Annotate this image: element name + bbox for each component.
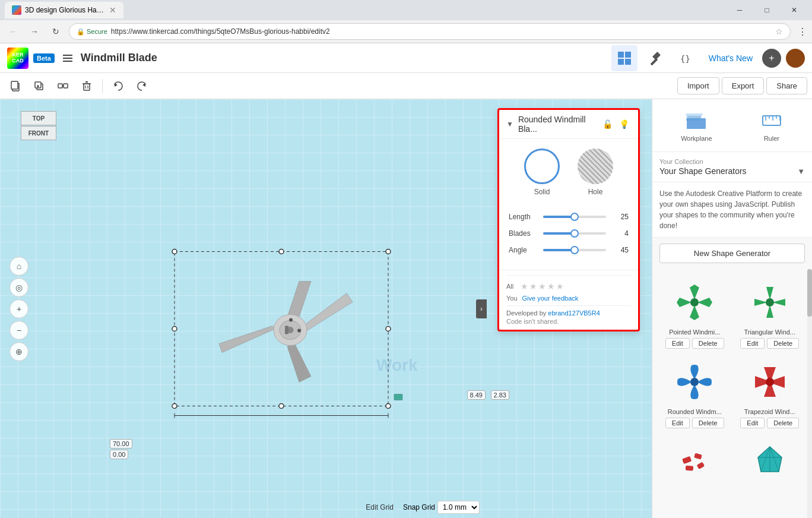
rating-all-label: All xyxy=(506,283,513,290)
frame-button[interactable]: ◎ xyxy=(9,278,28,297)
back-button[interactable]: ← xyxy=(5,23,21,40)
panel-collapse-button[interactable]: ▼ xyxy=(506,120,513,128)
developer-info: Developed by ebrand127VB5R4 xyxy=(506,308,631,318)
zoom-in-button[interactable]: + xyxy=(9,299,28,318)
menu-button[interactable] xyxy=(59,50,76,67)
svg-rect-2 xyxy=(63,61,72,62)
edit-button-0[interactable]: Edit xyxy=(665,338,690,349)
lock-icon-button[interactable]: 🔓 xyxy=(600,117,614,131)
home-view-button[interactable]: ⌂ xyxy=(9,257,28,276)
browser-tab[interactable]: 3D design Glorious Habbi... ✕ xyxy=(5,2,123,18)
globe-button[interactable]: ⊕ xyxy=(9,342,28,361)
edit-button-2[interactable]: Edit xyxy=(665,418,690,428)
window-controls: ─ □ ✕ xyxy=(727,2,807,18)
blades-slider-thumb[interactable] xyxy=(570,229,579,238)
svg-rect-45 xyxy=(394,394,402,400)
svg-point-35 xyxy=(386,249,391,254)
svg-rect-4 xyxy=(625,52,631,58)
svg-rect-62 xyxy=(697,462,705,469)
svg-point-33 xyxy=(172,249,177,254)
dimension-label-height: 0.00 xyxy=(110,450,128,459)
import-button[interactable]: Import xyxy=(677,77,719,94)
angle-slider[interactable] xyxy=(543,249,606,251)
star-1[interactable]: ★ xyxy=(521,282,528,291)
main-content: TOP FRONT ⌂ ◎ + − ⊕ xyxy=(0,99,812,518)
zoom-out-button[interactable]: − xyxy=(9,321,28,340)
shapes-scroll-area[interactable]: Pointed Windmi... Edit Delete xyxy=(652,269,812,518)
extensions-area: ⋮ xyxy=(798,26,807,37)
sidebar-collapse-button[interactable]: › xyxy=(476,299,487,318)
hole-option[interactable]: Hole xyxy=(578,149,613,196)
code-button[interactable]: {} xyxy=(673,45,699,71)
copy-button[interactable] xyxy=(5,75,26,97)
bulb-icon-button[interactable]: 💡 xyxy=(617,117,631,131)
star-3[interactable]: ★ xyxy=(538,282,546,291)
group-button[interactable] xyxy=(52,75,74,97)
delete-button-1[interactable]: Delete xyxy=(767,338,799,349)
shape-thumbnail-3 xyxy=(746,358,794,406)
shape-actions-1: Edit Delete xyxy=(740,338,799,349)
edit-button-3[interactable]: Edit xyxy=(740,418,765,428)
svg-rect-60 xyxy=(694,453,702,460)
share-button[interactable]: Share xyxy=(766,77,807,94)
all-stars[interactable]: ★ ★ ★ ★ ★ xyxy=(521,282,564,291)
feedback-link[interactable]: Give your feedback xyxy=(522,295,579,302)
star-5[interactable]: ★ xyxy=(556,282,564,291)
refresh-button[interactable]: ↻ xyxy=(47,23,64,40)
angle-slider-row: Angle 45 xyxy=(509,246,629,254)
delete-button-0[interactable]: Delete xyxy=(692,338,724,349)
star-4[interactable]: ★ xyxy=(547,282,555,291)
view-cube-front[interactable]: FRONT xyxy=(21,126,56,140)
bookmark-button[interactable]: ☆ xyxy=(775,27,783,36)
shape-actions-0: Edit Delete xyxy=(665,338,724,349)
collection-selector[interactable]: Your Shape Generators ▼ xyxy=(659,166,805,176)
rating-area: All ★ ★ ★ ★ ★ xyxy=(506,279,631,293)
svg-point-40 xyxy=(386,404,391,409)
hammer-button[interactable] xyxy=(642,45,668,71)
edit-grid-button[interactable]: Edit Grid xyxy=(366,503,394,511)
extensions-icon[interactable]: ⋮ xyxy=(798,26,807,37)
length-slider-thumb[interactable] xyxy=(570,213,579,221)
redo-button[interactable] xyxy=(131,75,153,97)
duplicate-button[interactable] xyxy=(28,75,50,97)
scrollbar-track xyxy=(807,269,812,518)
developer-link[interactable]: ebrand127VB5R4 xyxy=(548,309,600,317)
forward-button[interactable]: → xyxy=(26,23,43,40)
add-user-button[interactable]: + xyxy=(762,49,781,68)
star-2[interactable]: ★ xyxy=(529,282,537,291)
undo-button[interactable] xyxy=(107,75,129,97)
edit-toolbar: Import Export Share xyxy=(0,73,812,99)
ruler-button[interactable]: Ruler xyxy=(753,104,791,147)
view-cube-top[interactable]: TOP xyxy=(21,111,56,125)
tab-close-button[interactable]: ✕ xyxy=(109,5,116,15)
maximize-button[interactable]: □ xyxy=(754,2,780,18)
angle-slider-thumb[interactable] xyxy=(570,246,579,254)
panel-footer: All ★ ★ ★ ★ ★ You Give your feedback xyxy=(499,270,638,330)
length-slider[interactable] xyxy=(543,216,606,218)
scrollbar-thumb[interactable] xyxy=(807,269,812,317)
new-generator-button[interactable]: New Shape Generator xyxy=(659,244,805,263)
export-button[interactable]: Export xyxy=(722,77,765,94)
address-bar[interactable]: 🔒 Secure https://www.tinkercad.com/thing… xyxy=(69,23,791,40)
user-avatar[interactable] xyxy=(786,49,805,68)
solid-option[interactable]: Solid xyxy=(524,149,560,196)
view-controls: ⌂ ◎ + − ⊕ xyxy=(9,257,28,361)
delete-button-2[interactable]: Delete xyxy=(692,418,724,428)
workplane-button[interactable]: Workplane xyxy=(674,104,719,147)
delete-button-3[interactable]: Delete xyxy=(767,418,799,428)
svg-point-39 xyxy=(279,404,284,409)
minimize-button[interactable]: ─ xyxy=(727,2,753,18)
3d-model: Workplane xyxy=(169,234,418,426)
delete-button[interactable] xyxy=(76,75,97,97)
shape-name-3: Trapezoid Wind... xyxy=(744,408,795,415)
grid-view-button[interactable] xyxy=(611,45,637,71)
blades-slider[interactable] xyxy=(543,232,606,235)
view-cube[interactable]: TOP FRONT xyxy=(12,111,59,159)
close-button[interactable]: ✕ xyxy=(781,2,807,18)
ruler-icon xyxy=(760,109,784,132)
snap-grid-select[interactable]: 1.0 mm 0.5 mm 2.0 mm xyxy=(437,501,480,514)
svg-rect-47 xyxy=(686,116,702,121)
3d-viewport[interactable]: TOP FRONT ⌂ ◎ + − ⊕ xyxy=(0,99,652,518)
whats-new-button[interactable]: What's New xyxy=(704,51,757,65)
edit-button-1[interactable]: Edit xyxy=(740,338,765,349)
